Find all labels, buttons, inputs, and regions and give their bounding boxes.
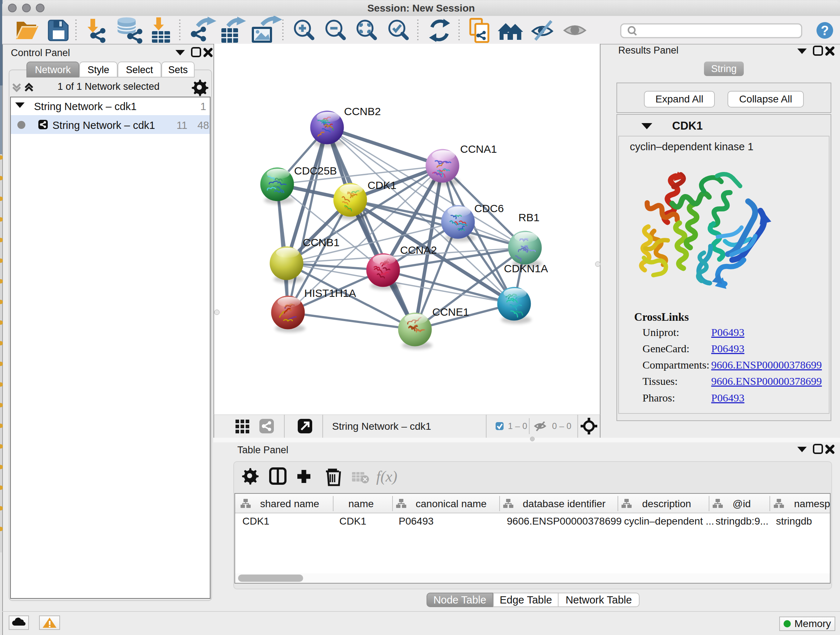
svg-text:CCNB1: CCNB1 (303, 236, 340, 249)
svg-text:HIST1H1A: HIST1H1A (304, 287, 356, 299)
svg-text:canonical name: canonical name (416, 498, 486, 509)
svg-text:@id: @id (733, 498, 751, 509)
svg-text:name: name (348, 498, 374, 509)
svg-text:CDC25B: CDC25B (294, 165, 337, 177)
svg-text:CDKN1A: CDKN1A (504, 263, 548, 274)
svg-text:String Network – cdk1: String Network – cdk1 (332, 421, 431, 432)
svg-text:1 – 0: 1 – 0 (508, 421, 527, 431)
svg-text:RB1: RB1 (518, 211, 539, 223)
svg-text:0 – 0: 0 – 0 (552, 421, 571, 431)
svg-text:database identifier: database identifier (523, 498, 606, 509)
svg-text:CDC6: CDC6 (474, 203, 504, 214)
svg-text:CCNA1: CCNA1 (460, 143, 497, 155)
svg-text:namespace: namespace (794, 498, 830, 509)
svg-text:CDK1: CDK1 (368, 179, 396, 191)
svg-text:f(x): f(x) (376, 468, 397, 485)
svg-text:shared name: shared name (260, 498, 319, 509)
svg-text:CCNB2: CCNB2 (344, 105, 381, 117)
svg-text:?: ? (821, 23, 829, 38)
svg-text:CCNA2: CCNA2 (400, 244, 437, 256)
svg-text:CCNE1: CCNE1 (432, 306, 469, 318)
svg-text:description: description (642, 498, 691, 509)
